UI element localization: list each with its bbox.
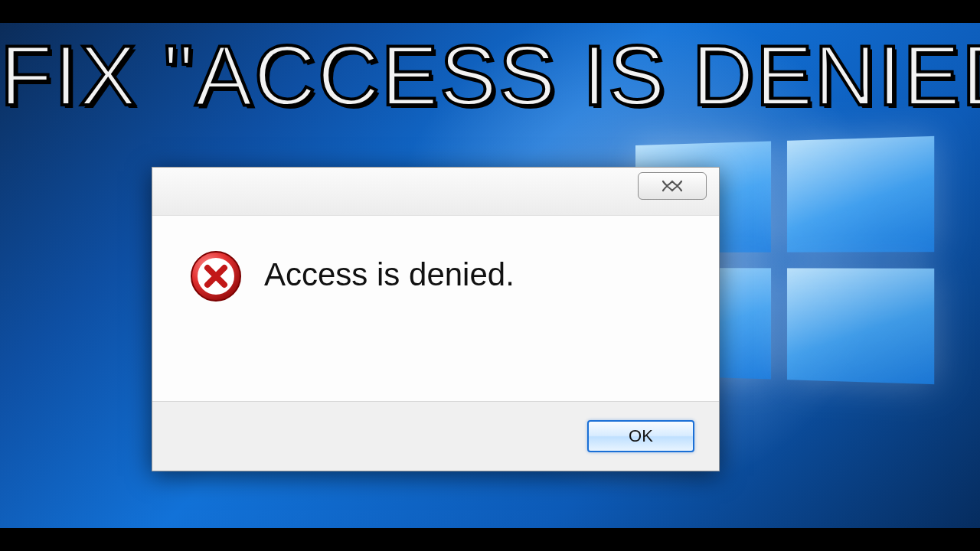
letterbox-top: [0, 0, 980, 23]
error-message: Access is denied.: [264, 257, 514, 292]
close-button[interactable]: [638, 172, 707, 200]
error-icon: [189, 249, 243, 303]
dialog-titlebar[interactable]: [152, 168, 719, 216]
ok-button[interactable]: OK: [587, 420, 694, 452]
close-icon: [659, 179, 685, 193]
error-dialog: Access is denied. OK: [152, 167, 720, 471]
windows-logo-pane: [787, 136, 934, 253]
dialog-footer: OK: [152, 401, 719, 471]
desktop-background: FIX "ACCESS IS DENIED": [0, 0, 980, 551]
letterbox-bottom: [0, 528, 980, 551]
headline-text: FIX "ACCESS IS DENIED": [0, 26, 980, 125]
windows-logo-pane: [787, 268, 934, 384]
